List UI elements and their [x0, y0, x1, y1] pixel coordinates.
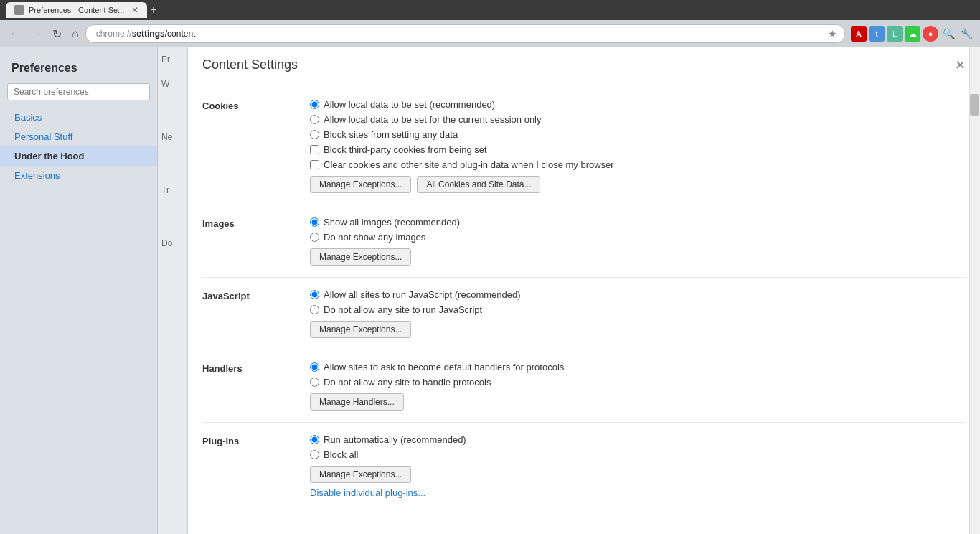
- sidebar-item-basics[interactable]: Basics: [0, 108, 157, 127]
- section-plugins: Plug-insRun automatically (recommended)B…: [202, 423, 966, 510]
- dialog-title: Content Settings: [202, 57, 298, 72]
- radio-images-1[interactable]: [310, 233, 319, 242]
- scrollbar-track[interactable]: [969, 47, 980, 534]
- middle-label-w: W: [161, 79, 184, 89]
- radio-plugins-0[interactable]: [310, 435, 319, 444]
- option-label-cookies-3: Block third-party cookies from being set: [324, 144, 487, 155]
- option-label-plugins-1: Block all: [324, 449, 358, 460]
- section-label-plugins: Plug-ins: [202, 434, 296, 498]
- scrollbar-thumb[interactable]: [970, 94, 979, 116]
- all-cookies-data[interactable]: All Cookies and Site Data...: [417, 176, 540, 193]
- extension-icon-4[interactable]: ☁: [905, 26, 920, 42]
- back-button[interactable]: ←: [6, 26, 24, 42]
- section-content-images: Show all images (recommended)Do not show…: [310, 217, 966, 266]
- middle-label-pr: Pr: [161, 55, 184, 65]
- section-images: ImagesShow all images (recommended)Do no…: [202, 205, 966, 278]
- option-label-cookies-1: Allow local data to be set for the curre…: [324, 114, 542, 125]
- radio-plugins-1[interactable]: [310, 450, 319, 459]
- option-plugins-1: Block all: [310, 449, 966, 460]
- address-bar[interactable]: chrome://settings/content ★: [85, 24, 845, 43]
- section-label-javascript: JavaScript: [202, 289, 296, 338]
- radio-javascript-1[interactable]: [310, 305, 319, 314]
- option-label-cookies-4: Clear cookies and other site and plug-in…: [324, 159, 614, 170]
- option-handlers-1: Do not allow any site to handle protocol…: [310, 377, 966, 388]
- option-handlers-0: Allow sites to ask to become default han…: [310, 362, 966, 373]
- browser-nav-bar: ← → ↻ ⌂ chrome://settings/content ★ A t …: [0, 20, 980, 47]
- option-label-cookies-0: Allow local data to be set (recommended): [324, 99, 495, 110]
- option-images-0: Show all images (recommended): [310, 217, 966, 228]
- option-cookies-3: Block third-party cookies from being set: [310, 144, 966, 155]
- bookmark-star-icon[interactable]: ★: [828, 28, 837, 39]
- radio-handlers-0[interactable]: [310, 362, 319, 372]
- option-label-images-0: Show all images (recommended): [324, 217, 460, 228]
- middle-label-ne: Ne: [161, 132, 184, 142]
- option-label-handlers-1: Do not allow any site to handle protocol…: [324, 377, 491, 388]
- buttons-row-handlers: Manage Handlers...: [310, 393, 966, 411]
- radio-cookies-2[interactable]: [310, 130, 319, 139]
- reload-button[interactable]: ↻: [49, 26, 65, 42]
- tab-favicon: [14, 5, 24, 15]
- manage-handlers[interactable]: Manage Handlers...: [310, 393, 404, 411]
- buttons-row-plugins: Manage Exceptions...: [310, 466, 966, 483]
- radio-cookies-0[interactable]: [310, 100, 319, 109]
- radio-images-0[interactable]: [310, 217, 319, 227]
- section-content-cookies: Allow local data to be set (recommended)…: [310, 99, 966, 193]
- wrench-icon[interactable]: 🔧: [958, 26, 974, 42]
- dialog-header: Content Settings ✕: [188, 47, 980, 80]
- radio-handlers-1[interactable]: [310, 378, 319, 387]
- option-label-javascript-1: Do not allow any site to run JavaScript: [324, 304, 482, 315]
- extension-icon-5[interactable]: ●: [923, 26, 938, 42]
- content-settings-dialog: Content Settings ✕ CookiesAllow local da…: [188, 47, 980, 534]
- manage-exceptions-plugins[interactable]: Manage Exceptions...: [310, 466, 411, 483]
- buttons-row-javascript: Manage Exceptions...: [310, 321, 966, 338]
- new-tab-button[interactable]: +: [150, 4, 156, 17]
- option-label-cookies-2: Block sites from setting any data: [324, 129, 458, 140]
- option-label-handlers-0: Allow sites to ask to become default han…: [324, 362, 564, 373]
- section-label-cookies: Cookies: [202, 99, 296, 193]
- tab-title: Preferences - Content Se...: [29, 6, 124, 14]
- manage-exceptions-images[interactable]: Manage Exceptions...: [310, 248, 411, 266]
- browser-title-bar: Preferences - Content Se... ✕ +: [0, 0, 980, 20]
- section-content-handlers: Allow sites to ask to become default han…: [310, 362, 966, 411]
- forward-button[interactable]: →: [27, 26, 46, 42]
- sidebar-item-personal[interactable]: Personal Stuff: [0, 127, 157, 146]
- checkbox-cookies-4[interactable]: [310, 160, 319, 169]
- main-area: Preferences BasicsPersonal StuffUnder th…: [0, 47, 980, 534]
- dialog-body: CookiesAllow local data to be set (recom…: [188, 80, 980, 528]
- dialog-close-button[interactable]: ✕: [955, 59, 966, 72]
- extension-icon-3[interactable]: L: [887, 26, 903, 42]
- toolbar-icons: A t L ☁ ● 🔍 🔧: [851, 26, 974, 42]
- sidebar-item-hood[interactable]: Under the Hood: [0, 146, 157, 166]
- option-javascript-1: Do not allow any site to run JavaScript: [310, 304, 966, 315]
- extension-icon-2[interactable]: t: [869, 26, 885, 42]
- section-label-images: Images: [202, 217, 296, 266]
- home-button[interactable]: ⌂: [68, 26, 83, 42]
- sidebar-nav: BasicsPersonal StuffUnder the HoodExtens…: [0, 108, 157, 185]
- extension-icon-1[interactable]: A: [851, 26, 867, 42]
- search-preferences-input[interactable]: [7, 83, 150, 100]
- zoom-icon[interactable]: 🔍: [941, 26, 956, 42]
- browser-tab[interactable]: Preferences - Content Se... ✕: [6, 2, 147, 18]
- section-javascript: JavaScriptAllow all sites to run JavaScr…: [202, 278, 966, 350]
- option-javascript-0: Allow all sites to run JavaScript (recom…: [310, 289, 966, 300]
- tab-close-button[interactable]: ✕: [131, 5, 138, 15]
- extra-link-plugins[interactable]: Disable individual plug-ins...: [310, 487, 966, 498]
- middle-label-do: Do: [161, 238, 184, 248]
- sidebar-item-extensions[interactable]: Extensions: [0, 166, 157, 185]
- radio-cookies-1[interactable]: [310, 115, 319, 124]
- option-plugins-0: Run automatically (recommended): [310, 434, 966, 445]
- middle-label-tr: Tr: [161, 185, 184, 195]
- option-label-javascript-0: Allow all sites to run JavaScript (recom…: [324, 289, 521, 300]
- address-text: chrome://settings/content: [96, 29, 825, 39]
- checkbox-cookies-3[interactable]: [310, 145, 319, 154]
- option-images-1: Do not show any images: [310, 232, 966, 243]
- sidebar-title: Preferences: [0, 53, 157, 80]
- dialog-area: Content Settings ✕ CookiesAllow local da…: [188, 47, 980, 534]
- manage-exceptions-js[interactable]: Manage Exceptions...: [310, 321, 411, 338]
- option-label-images-1: Do not show any images: [324, 232, 425, 243]
- manage-exceptions-cookies[interactable]: Manage Exceptions...: [310, 176, 411, 193]
- radio-javascript-0[interactable]: [310, 290, 319, 299]
- buttons-row-images: Manage Exceptions...: [310, 248, 966, 266]
- section-content-plugins: Run automatically (recommended)Block all…: [310, 434, 966, 498]
- buttons-row-cookies: Manage Exceptions...All Cookies and Site…: [310, 176, 966, 193]
